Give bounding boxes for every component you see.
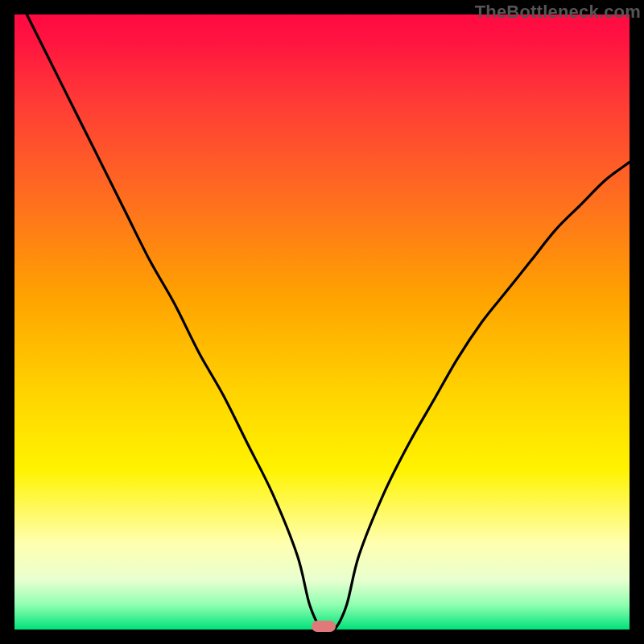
chart-stage: TheBottleneck.com — [0, 0, 644, 644]
plot-background-gradient — [14, 14, 630, 630]
watermark-text: TheBottleneck.com — [475, 2, 641, 23]
optimum-marker — [312, 621, 336, 632]
